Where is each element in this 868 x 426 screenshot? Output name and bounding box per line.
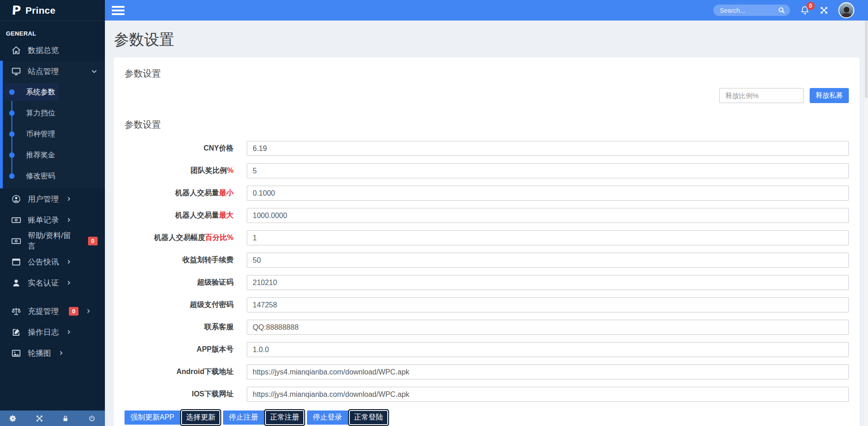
toggle-button[interactable]: 正常登陆	[348, 409, 389, 426]
field-input[interactable]	[247, 387, 849, 402]
sidebar-subitem-label: 币种管理	[26, 130, 55, 139]
page-scrollbar[interactable]	[864, 21, 868, 426]
field-input[interactable]	[247, 230, 849, 245]
form-row: CNY价格	[125, 141, 849, 156]
field-input[interactable]	[247, 253, 849, 268]
sidebar-subitem[interactable]: 推荐奖金	[0, 145, 105, 166]
field-input[interactable]	[247, 208, 849, 223]
sidebar-subitem[interactable]: 算力挡位	[0, 103, 105, 124]
image-icon	[11, 348, 21, 358]
form-row: Android下载地址	[125, 364, 849, 379]
toggle-button[interactable]: 停止登录	[307, 410, 348, 425]
sidebar-item-label: 轮播图	[28, 348, 51, 358]
toggle-button[interactable]: 停止注册	[223, 410, 264, 425]
form-row: 团队奖比例%	[125, 163, 849, 178]
sidebar-item-label: 实名认证	[28, 278, 59, 288]
sidebar-item[interactable]: 用户管理	[0, 188, 105, 209]
sidebar-subitem-label: 算力挡位	[26, 109, 55, 118]
form-row: 超级验证码	[125, 275, 849, 290]
count-badge: 0	[88, 237, 98, 245]
field-label: CNY价格	[125, 144, 234, 153]
field-label: 团队奖比例%	[125, 166, 234, 176]
chevron-right-icon	[66, 196, 72, 202]
notifications-button[interactable]: 0	[800, 5, 810, 15]
sidebar-item[interactable]: 公告快讯	[0, 251, 105, 272]
sidebar-item[interactable]: 充提管理 0	[0, 301, 105, 322]
form-row: IOS下载网址	[125, 387, 849, 402]
card-section-title-2: 参数设置	[125, 119, 849, 131]
chevron-right-icon	[58, 350, 64, 356]
search-box	[713, 5, 790, 16]
field-input[interactable]	[247, 275, 849, 290]
bullet-dot-icon	[9, 152, 15, 158]
sidebar-item[interactable]: 账单记录	[0, 209, 105, 230]
toggle-button[interactable]: 正常注册	[264, 409, 305, 426]
gear-icon[interactable]	[9, 414, 17, 422]
scrollbar-thumb[interactable]	[865, 21, 868, 98]
toggle-button[interactable]: 强制更新APP	[125, 410, 180, 425]
sidebar-item[interactable]: 操作日志	[0, 322, 105, 343]
bullet-dot-icon	[9, 131, 15, 137]
bullet-dot-icon	[9, 89, 15, 95]
logo-text: Prince	[26, 5, 56, 16]
logo[interactable]: P Prince	[0, 0, 105, 21]
toggle-pair: 停止登录正常登陆	[307, 409, 389, 426]
main-content: 参数设置 参数设置 释放私募 参数设置 CNY价格 团队奖比例% 机器人交易量最…	[105, 21, 868, 426]
sidebar-item-label: 数据总览	[28, 45, 59, 56]
search-input[interactable]	[720, 7, 778, 14]
edit-icon	[11, 327, 21, 337]
field-label: IOS下载网址	[125, 390, 234, 399]
field-label: 超级支付密码	[125, 300, 234, 310]
sidebar-item[interactable]: 轮播图	[0, 343, 105, 364]
release-row: 释放私募	[125, 88, 849, 103]
lock-icon[interactable]	[62, 414, 70, 422]
sidebar-subitem-label: 修改密码	[26, 171, 55, 181]
release-private-button[interactable]: 释放私募	[810, 88, 849, 103]
form-row: 联系客服	[125, 320, 849, 335]
chevron-right-icon	[66, 329, 72, 335]
settings-card: 参数设置 释放私募 参数设置 CNY价格 团队奖比例% 机器人交易量最小 机器人…	[114, 57, 860, 426]
field-label: 机器人交易幅度百分比%	[125, 233, 234, 243]
field-input[interactable]	[247, 320, 849, 335]
sidebar-subitem-label: 系统参数	[26, 88, 55, 97]
sidebar-subitem[interactable]: 币种管理	[0, 124, 105, 145]
sidebar-subitem[interactable]: 系统参数	[0, 82, 105, 103]
field-label: 收益划转手续费	[125, 255, 234, 265]
banknote-icon	[11, 236, 21, 246]
search-icon[interactable]	[778, 6, 785, 14]
sidebar-item-label: 操作日志	[28, 327, 59, 338]
user-avatar[interactable]	[838, 2, 854, 18]
chevron-right-icon	[66, 259, 72, 265]
sidebar-item[interactable]: 帮助/资料/留言 0	[0, 230, 105, 251]
field-input[interactable]	[247, 364, 849, 379]
prince-p-icon: P	[11, 3, 21, 17]
field-label: 联系客服	[125, 322, 234, 332]
form-row: 超级支付密码	[125, 297, 849, 312]
field-input[interactable]	[247, 297, 849, 312]
power-icon[interactable]	[88, 414, 96, 422]
field-input[interactable]	[247, 163, 849, 178]
field-input[interactable]	[247, 342, 849, 357]
release-ratio-input[interactable]	[719, 88, 804, 103]
field-input[interactable]	[247, 141, 849, 156]
sidebar-item-label: 账单记录	[28, 215, 59, 225]
sidebar-nav: 数据总览 站点管理 系统参数 算力挡位 币种管理 推荐奖金	[0, 40, 105, 364]
toggle-button[interactable]: 选择更新	[180, 409, 221, 426]
fullscreen-button[interactable]	[820, 6, 828, 15]
sidebar-item[interactable]: 站点管理	[0, 61, 105, 82]
field-label: Android下载地址	[125, 367, 234, 377]
form-row: APP版本号	[125, 342, 849, 357]
page-title: 参数设置	[114, 30, 860, 50]
expand-icon[interactable]	[35, 414, 43, 422]
sidebar-subitem[interactable]: 修改密码	[0, 166, 105, 187]
field-label: APP版本号	[125, 345, 234, 354]
sidebar-item[interactable]: 实名认证	[0, 272, 105, 293]
toggle-pair: 强制更新APP选择更新	[125, 409, 221, 426]
bullet-dot-icon	[9, 173, 15, 179]
hamburger-menu-button[interactable]	[112, 4, 125, 17]
sidebar-item-label: 帮助/资料/留言	[28, 230, 78, 251]
sidebar-section-label: GENERAL	[0, 21, 105, 40]
sidebar-item[interactable]: 数据总览	[0, 40, 105, 61]
sidebar-group-站点管理: 站点管理 系统参数 算力挡位 币种管理 推荐奖金 修改密码	[0, 61, 105, 188]
field-input[interactable]	[247, 186, 849, 201]
